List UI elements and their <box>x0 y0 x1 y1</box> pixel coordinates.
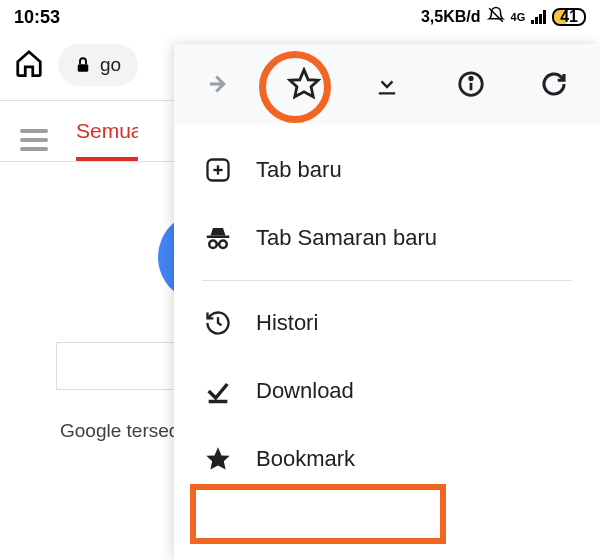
status-indicators: 3,5KB/d 4G 41 <box>421 6 586 28</box>
svg-marker-15 <box>206 447 229 469</box>
forward-button[interactable] <box>202 66 238 102</box>
menu-item-download[interactable]: Download <box>174 357 600 425</box>
svg-point-6 <box>469 77 472 80</box>
url-text: go <box>100 54 121 76</box>
battery-indicator: 41 <box>552 8 586 26</box>
incognito-icon <box>202 222 234 254</box>
menu-item-label: Bookmark <box>256 446 355 472</box>
download-button[interactable] <box>369 66 405 102</box>
svg-marker-3 <box>289 70 317 97</box>
menu-item-label: Tab Samaran baru <box>256 225 437 251</box>
history-icon <box>202 307 234 339</box>
bookmark-star-button[interactable] <box>286 66 322 102</box>
network-type: 4G <box>511 11 526 23</box>
menu-icon[interactable] <box>20 129 48 151</box>
new-tab-icon <box>202 154 234 186</box>
info-button[interactable] <box>453 66 489 102</box>
data-rate: 3,5KB/d <box>421 8 481 26</box>
menu-item-label: Tab baru <box>256 157 342 183</box>
star-filled-icon <box>202 443 234 475</box>
menu-divider <box>202 280 572 281</box>
home-button[interactable] <box>14 48 44 82</box>
overflow-menu: Tab baru Tab Samaran baru Histori <box>174 44 600 560</box>
address-bar[interactable]: go <box>58 44 138 86</box>
menu-item-label: Histori <box>256 310 318 336</box>
svg-point-12 <box>219 241 227 249</box>
check-icon <box>202 375 234 407</box>
menu-item-incognito[interactable]: Tab Samaran baru <box>174 204 600 272</box>
menu-item-new-tab[interactable]: Tab baru <box>174 136 600 204</box>
status-bar: 10:53 3,5KB/d 4G 41 <box>0 0 600 34</box>
menu-item-history[interactable]: Histori <box>174 289 600 357</box>
svg-rect-10 <box>207 236 230 239</box>
tab-all[interactable]: Semua <box>76 119 138 161</box>
notification-muted-icon <box>487 6 505 28</box>
menu-item-label: Download <box>256 378 354 404</box>
clock: 10:53 <box>14 7 60 28</box>
menu-item-bookmark[interactable]: Bookmark <box>174 425 600 493</box>
menu-list: Tab baru Tab Samaran baru Histori <box>174 124 600 505</box>
reload-button[interactable] <box>536 66 572 102</box>
signal-icon <box>531 10 546 24</box>
menu-action-row <box>174 44 600 124</box>
svg-point-11 <box>209 241 217 249</box>
svg-rect-1 <box>78 64 89 72</box>
lock-icon <box>74 56 92 74</box>
